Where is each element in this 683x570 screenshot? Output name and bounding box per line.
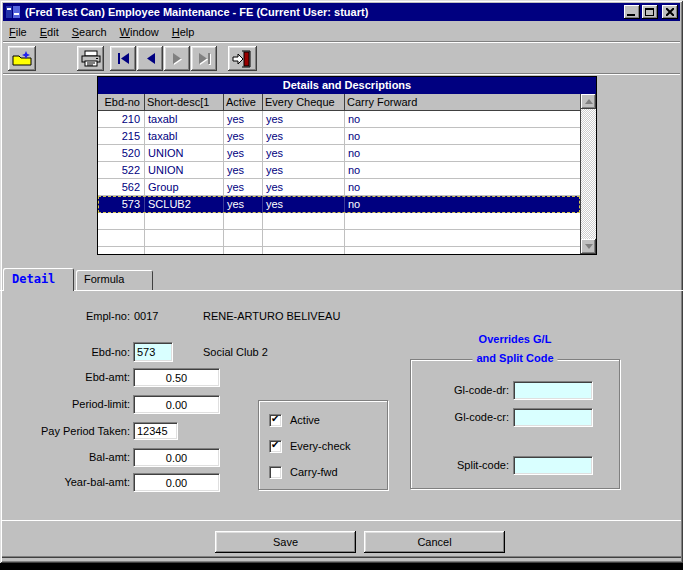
first-record-button[interactable] bbox=[110, 46, 136, 71]
period-limit-label: Period-limit: bbox=[10, 398, 130, 410]
menu-edit[interactable]: Edit bbox=[34, 24, 66, 40]
title-bar: (Fred Test Can) Employee Maintenance - F… bbox=[3, 3, 680, 21]
active-checkbox[interactable] bbox=[269, 414, 282, 427]
grid-header-row: Ebd-no Short-desc[1 Active Every Cheque … bbox=[98, 94, 580, 111]
gl-code-dr-label: Gl-code-dr: bbox=[413, 384, 509, 396]
table-cell: 573 bbox=[98, 196, 145, 213]
table-cell: 210 bbox=[98, 111, 145, 128]
last-record-icon bbox=[198, 53, 211, 65]
scroll-down-button[interactable] bbox=[581, 239, 596, 254]
table-cell: yes bbox=[263, 162, 345, 179]
table-cell bbox=[145, 213, 224, 230]
overrides-heading-line1: Overrides G/L bbox=[410, 333, 620, 345]
table-cell bbox=[345, 247, 580, 254]
new-record-button[interactable] bbox=[8, 46, 36, 71]
year-bal-amt-input[interactable] bbox=[133, 473, 220, 492]
every-check-checkbox[interactable] bbox=[269, 440, 282, 453]
pay-period-taken-label: Pay Period Taken: bbox=[10, 425, 130, 437]
year-bal-amt-label: Year-bal-amt: bbox=[10, 476, 130, 488]
bal-amt-label: Bal-amt: bbox=[10, 451, 130, 463]
new-record-icon bbox=[11, 50, 33, 67]
tab-detail[interactable]: Detail bbox=[3, 268, 74, 291]
table-cell bbox=[345, 230, 580, 247]
table-cell: 215 bbox=[98, 128, 145, 145]
column-header-active[interactable]: Active bbox=[224, 94, 263, 110]
table-cell: Group bbox=[145, 179, 224, 196]
table-cell: yes bbox=[224, 179, 263, 196]
desktop: (Fred Test Can) Employee Maintenance - F… bbox=[0, 0, 683, 570]
split-code-input[interactable] bbox=[513, 456, 593, 475]
menu-help[interactable]: Help bbox=[166, 24, 202, 40]
table-cell: no bbox=[345, 145, 580, 162]
next-record-button[interactable] bbox=[164, 46, 190, 71]
table-cell bbox=[145, 247, 224, 254]
close-button[interactable] bbox=[662, 5, 678, 19]
table-cell: yes bbox=[263, 179, 345, 196]
table-cell: no bbox=[345, 196, 580, 213]
save-button[interactable]: Save bbox=[215, 531, 356, 553]
column-header-short-desc[interactable]: Short-desc[1 bbox=[145, 94, 224, 110]
cancel-button[interactable]: Cancel bbox=[364, 531, 505, 553]
gl-code-cr-input[interactable] bbox=[513, 408, 593, 427]
table-row[interactable]: 522UNIONyesyesno bbox=[98, 162, 580, 179]
table-cell bbox=[98, 230, 145, 247]
toolbar-grid-separator bbox=[3, 73, 680, 75]
overrides-group: and Split Code Gl-code-dr: Gl-code-cr: S… bbox=[410, 359, 620, 489]
app-icon bbox=[5, 5, 21, 19]
carry-fwd-checkbox-row[interactable]: Carry-fwd bbox=[269, 465, 338, 479]
print-icon bbox=[81, 50, 101, 68]
ebd-no-input[interactable] bbox=[133, 342, 173, 362]
gl-code-dr-input[interactable] bbox=[513, 381, 593, 400]
table-row[interactable]: 210taxablyesyesno bbox=[98, 111, 580, 128]
toolbar bbox=[3, 44, 680, 73]
table-cell: yes bbox=[224, 162, 263, 179]
table-cell bbox=[224, 213, 263, 230]
first-record-icon bbox=[117, 53, 130, 64]
table-row[interactable]: 215taxablyesyesno bbox=[98, 128, 580, 145]
table-cell: no bbox=[345, 179, 580, 196]
column-header-carry-forward[interactable]: Carry Forward bbox=[345, 94, 580, 110]
table-cell bbox=[345, 213, 580, 230]
ebd-amt-input[interactable] bbox=[133, 368, 220, 387]
period-limit-input[interactable] bbox=[133, 395, 220, 414]
ebd-no-label: Ebd-no: bbox=[10, 346, 130, 358]
table-cell: 562 bbox=[98, 179, 145, 196]
tab-formula[interactable]: Formula bbox=[76, 270, 153, 290]
column-header-ebd-no[interactable]: Ebd-no bbox=[98, 94, 145, 110]
bal-amt-input[interactable] bbox=[133, 448, 220, 467]
carry-fwd-checkbox[interactable] bbox=[269, 466, 282, 479]
menu-file[interactable]: File bbox=[3, 24, 34, 40]
table-row[interactable]: 562Groupyesyesno bbox=[98, 179, 580, 196]
empty-row[interactable] bbox=[98, 247, 580, 254]
active-checkbox-label: Active bbox=[290, 414, 320, 426]
close-icon bbox=[666, 8, 674, 16]
exit-icon bbox=[232, 50, 253, 68]
every-check-checkbox-row[interactable]: Every-check bbox=[269, 439, 351, 453]
action-bar: Save Cancel bbox=[2, 520, 681, 558]
app-window: (Fred Test Can) Employee Maintenance - F… bbox=[0, 0, 683, 563]
last-record-button[interactable] bbox=[191, 46, 217, 71]
active-checkbox-row[interactable]: Active bbox=[269, 413, 320, 427]
window-title: (Fred Test Can) Employee Maintenance - F… bbox=[25, 6, 624, 18]
scroll-up-button[interactable] bbox=[581, 94, 596, 109]
table-cell: no bbox=[345, 111, 580, 128]
table-cell: 520 bbox=[98, 145, 145, 162]
grid-scrollbar[interactable] bbox=[580, 94, 596, 254]
empty-row[interactable] bbox=[98, 213, 580, 230]
minimize-button[interactable] bbox=[624, 5, 640, 19]
table-cell: UNION bbox=[145, 145, 224, 162]
previous-record-button[interactable] bbox=[137, 46, 163, 71]
menu-search[interactable]: Search bbox=[66, 24, 114, 40]
table-row[interactable]: 573SCLUB2yesyesno bbox=[98, 196, 580, 213]
exit-button[interactable] bbox=[228, 46, 257, 71]
pay-period-taken-input[interactable] bbox=[133, 422, 178, 440]
menu-window[interactable]: Window bbox=[114, 24, 166, 40]
column-header-every-cheque[interactable]: Every Cheque bbox=[263, 94, 345, 110]
maximize-button[interactable] bbox=[642, 5, 658, 19]
empty-row[interactable] bbox=[98, 230, 580, 247]
table-cell: yes bbox=[224, 196, 263, 213]
table-cell: yes bbox=[224, 145, 263, 162]
table-row[interactable]: 520UNIONyesyesno bbox=[98, 145, 580, 162]
print-button[interactable] bbox=[77, 46, 104, 71]
table-cell bbox=[263, 213, 345, 230]
